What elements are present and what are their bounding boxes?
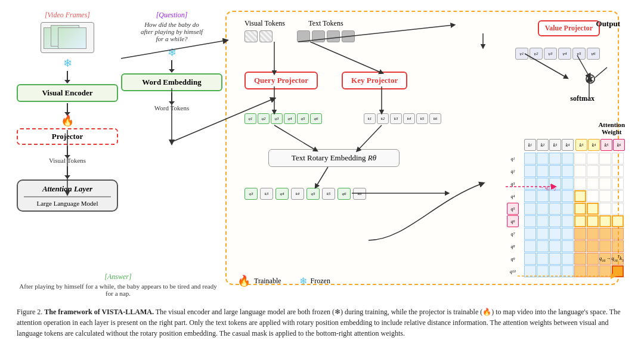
q-row-3: q3 [507, 178, 519, 190]
q-token-1: q1 [244, 113, 256, 124]
cell-r4c5 [574, 190, 586, 202]
main-diagram: [Video Frames] ❄ Visual Encoder 🔥 Projec… [17, 11, 627, 303]
svg-line-5 [274, 125, 316, 150]
left-column: [Video Frames] ❄ Visual Encoder 🔥 Projec… [17, 11, 118, 212]
cell-r2c4 [562, 165, 574, 177]
cell-r6c6 [587, 215, 599, 227]
bottom-row-labels: q16 → q16Tk5 [599, 255, 624, 262]
trainable-label: Trainable [254, 277, 281, 286]
snowflake-icon-legend: ❄ [299, 275, 307, 287]
middle-left-column: [Question] How did the baby doafter play… [121, 11, 222, 112]
cell-r6c4 [562, 215, 574, 227]
cell-r6c3 [549, 215, 561, 227]
bottom-arrow: → [606, 256, 611, 261]
q-labels-column: q1 q2 q3 q4 q5 q6 q7 q8 q9 q10 [507, 153, 519, 277]
cell-r7c8 [612, 228, 624, 240]
v-token-2: v2 [530, 48, 543, 60]
cell-r8c5 [574, 240, 586, 252]
q-row-9: q9 [507, 253, 519, 265]
v-tokens-row: v1 v2 v3 v4 v5 v6 [515, 48, 600, 60]
multiply-symbol: ⊗ [584, 70, 596, 87]
k-top-4: k4 [562, 139, 574, 151]
cell-r6c8 [612, 215, 624, 227]
text-tokens-group: Text Tokens [297, 19, 355, 42]
q-token-3: q3 [271, 113, 283, 124]
q-row-5: q5 [507, 203, 519, 215]
answer-text: After playing by himself for a while, th… [17, 283, 219, 297]
visual-token-cells [244, 30, 285, 42]
bt-q5: q5 [306, 188, 320, 200]
cell-r5c1 [524, 203, 536, 215]
q-row-10: q10 [507, 265, 519, 277]
cell-r8c7 [599, 240, 611, 252]
k-hi-6: k6 [613, 139, 625, 151]
cell-r6c2 [537, 215, 549, 227]
bt-k6: k6 [353, 188, 366, 200]
llm-label: Large Language Model [24, 200, 111, 207]
v-token-3: v3 [544, 48, 557, 60]
arrow-4 [67, 166, 68, 176]
cell-r5c4 [562, 203, 574, 215]
cell-r2c1 [524, 165, 536, 177]
q-row-6: q6 [507, 215, 519, 227]
k-labels-top-row: k1 k2 k3 k4 [524, 139, 574, 151]
caption: Figure 2. The framework of VISTA-LLAMA. … [17, 306, 627, 339]
cell-r7c2 [537, 228, 549, 240]
svg-line-6 [358, 125, 382, 150]
cell-r4c3 [549, 190, 561, 202]
flame-icon-legend: 🔥 [237, 274, 250, 287]
cell-r2c6 [587, 165, 599, 177]
answer-label: [Answer] [17, 273, 219, 281]
cell-r9c2 [537, 253, 549, 265]
arrow-2 [67, 103, 68, 113]
cell-r2c2 [537, 165, 549, 177]
cell-r8c1 [524, 240, 536, 252]
cell-r4c2 [537, 190, 549, 202]
k-token-4: k4 [403, 113, 415, 124]
cell-r6c1 [524, 215, 536, 227]
question-label: [Question] [121, 11, 222, 20]
q16-label: q16 [599, 255, 606, 262]
attention-weight-label: AttentionWeight [598, 121, 625, 135]
cell-r5c6 [587, 203, 599, 215]
cell-r1c1 [524, 153, 536, 165]
k-top-1: k1 [524, 139, 536, 151]
cell-r10c2 [537, 265, 549, 277]
q-token-4: q4 [284, 113, 296, 124]
k-tokens-row: k1 k2 k3 k4 k5 k6 [364, 113, 441, 124]
cell-r1c5 [574, 153, 586, 165]
word-embedding-box: Word Embedding [121, 73, 222, 91]
cell-r5c5 [574, 203, 586, 215]
cell-r3c8 [612, 178, 624, 190]
cell-r1c6 [587, 153, 599, 165]
cell-r10c7 [599, 265, 611, 277]
cell-r7c6 [587, 228, 599, 240]
qk-projectors-row: Query Projector Key Projector [244, 72, 407, 89]
visual-token-2 [259, 30, 273, 42]
arrow-1 [67, 71, 68, 80]
svg-line-2 [310, 42, 382, 73]
cell-r9c3 [549, 253, 561, 265]
cell-r6c7 [599, 215, 611, 227]
pink-annotation: → q4Tk2 [538, 184, 556, 191]
cell-r4c4 [562, 190, 574, 202]
cell-r3c5 [574, 178, 586, 190]
cell-r4c1 [524, 190, 536, 202]
cell-r1c8 [612, 153, 624, 165]
text-token-cells [297, 30, 355, 42]
cell-r2c8 [612, 165, 624, 177]
cell-r1c7 [599, 153, 611, 165]
k-hi-4: k4 [588, 139, 600, 151]
frozen-legend: ❄ Frozen [299, 275, 330, 287]
snowflake-icon-1: ❄ [63, 57, 72, 70]
cell-r2c3 [549, 165, 561, 177]
frozen-label: Frozen [311, 277, 330, 286]
text-token-2 [312, 30, 325, 42]
text-token-1 [297, 30, 310, 42]
cell-r3c7 [599, 178, 611, 190]
visual-encoder-box: Visual Encoder [17, 84, 118, 102]
cell-r9c5 [574, 253, 586, 265]
output-label: Output [596, 19, 620, 29]
attention-llm-box: Attention Layer Large Language Model [17, 179, 118, 212]
cell-r7c4 [562, 228, 574, 240]
